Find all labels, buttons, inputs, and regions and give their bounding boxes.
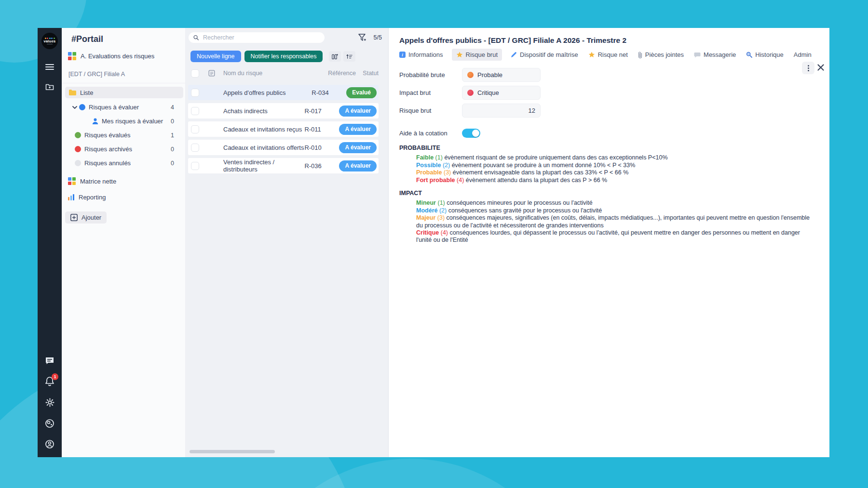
icon-rail: values 1: [38, 28, 62, 457]
new-line-button[interactable]: Nouvelle ligne: [190, 51, 241, 62]
community-globe-icon[interactable]: [45, 419, 54, 428]
aide-cotation-toggle[interactable]: [462, 129, 480, 138]
scale-item: Majeur (3) conséquences majeures, signif…: [416, 214, 815, 229]
table-row[interactable]: Cadeaux et invitations reçus R-011 A éva…: [188, 121, 379, 137]
tab-pieces-jointes[interactable]: Pièces jointes: [638, 51, 684, 58]
tree-item-risques-annules[interactable]: Risques annulés 0: [62, 156, 185, 170]
notifications-bell-icon[interactable]: 1: [45, 376, 54, 386]
table-row[interactable]: Appels d'offres publics R-034 Evalué: [188, 85, 379, 100]
risk-name: Cadeaux et invitations reçus: [223, 126, 304, 133]
risk-reference: R-034: [312, 89, 346, 96]
scale-item: Faible (1) évènement risquant de se prod…: [416, 154, 815, 161]
tree-item-risques-a-evaluer[interactable]: Risques à évaluer 4: [62, 100, 185, 114]
select-all-checkbox[interactable]: [191, 69, 199, 78]
risk-name: Appels d'offres publics: [223, 89, 312, 96]
status-badge: A évaluer: [339, 142, 377, 153]
add-button[interactable]: Ajouter: [65, 211, 107, 224]
tab-label: Informations: [408, 51, 443, 58]
pencil-icon: [511, 52, 517, 58]
tab-label: Messagerie: [704, 51, 736, 58]
scale-item: Possible (2) évènement pouvant se produi…: [416, 162, 815, 169]
close-icon[interactable]: [817, 64, 825, 71]
horizontal-scrollbar[interactable]: [190, 450, 275, 453]
scale-item: Mineur (1) conséquences mineures pour le…: [416, 199, 815, 207]
paperclip-icon: [638, 52, 642, 58]
risque-brut-value: 12: [462, 104, 541, 118]
tab-risque-brut[interactable]: Risque brut: [452, 49, 502, 61]
impact-brut-select[interactable]: Critique: [462, 86, 541, 100]
tab-dispositif-de-maitrise[interactable]: Dispositif de maîtrise: [511, 51, 578, 58]
probabilite-brute-select[interactable]: Probable: [462, 68, 541, 82]
row-checkbox[interactable]: [191, 144, 199, 152]
module-label: A. Evaluations des risques: [81, 53, 154, 60]
field-label: Impact brut: [399, 89, 462, 96]
table-row[interactable]: Achats indirects R-017 A évaluer: [188, 103, 379, 119]
risk-tree: Risques à évaluer 4 Mes risques à évalue…: [62, 100, 185, 170]
search-icon: [193, 35, 199, 40]
tree-item-label: Risques à évaluer: [89, 104, 139, 111]
row-checkbox[interactable]: [191, 107, 199, 115]
tree-item-risques-archives[interactable]: Risques archivés 0: [62, 142, 185, 156]
divider: [62, 83, 185, 83]
desktop-background: values 1: [0, 0, 868, 488]
row-checkbox[interactable]: [191, 125, 199, 133]
account-icon[interactable]: [45, 439, 54, 449]
table-row[interactable]: Ventes indirectes / distributeurs R-036 …: [188, 158, 379, 173]
risk-reference: R-010: [304, 144, 339, 151]
tree-item-mes-risques[interactable]: Mes risques à évaluer 0: [62, 114, 185, 128]
status-badge: A évaluer: [339, 124, 377, 135]
tab-informations[interactable]: i Informations: [399, 51, 443, 58]
tab-messagerie[interactable]: Messagerie: [694, 51, 736, 58]
app-window: values 1: [38, 28, 829, 457]
sort-icon[interactable]: [343, 51, 355, 62]
table-row[interactable]: Cadeaux et invitations offerts R-010 A é…: [188, 140, 379, 155]
chat-icon[interactable]: [45, 356, 54, 365]
impact-heading: IMPACT: [399, 190, 823, 197]
probability-scale: Faible (1) évènement risquant de se prod…: [399, 154, 823, 184]
settings-gear-icon[interactable]: [45, 397, 55, 408]
search-input[interactable]: [202, 34, 320, 41]
sidebar-module[interactable]: A. Evaluations des risques: [68, 52, 185, 60]
star-icon: [456, 52, 463, 58]
sidebar: #Portail A. Evaluations des risques [EDT…: [62, 28, 186, 457]
columns-add-icon[interactable]: [329, 51, 341, 62]
tree-item-label: Risques archivés: [84, 145, 132, 153]
field-label: Risque brut: [399, 107, 462, 114]
info-icon: i: [399, 52, 406, 58]
notify-responsables-button[interactable]: Notifier les responsables: [244, 51, 323, 62]
more-options-kebab-icon[interactable]: [802, 62, 814, 74]
filter-funnel-icon[interactable]: [358, 34, 366, 41]
field-value: Critique: [477, 89, 499, 96]
notification-badge: 1: [52, 373, 58, 380]
probable-dot: [467, 72, 474, 78]
tab-label: Dispositif de maîtrise: [520, 51, 578, 58]
detail-title: Appels d'offres publics - [EDT / GRC] Fi…: [399, 36, 829, 45]
column-header-status[interactable]: Statut: [363, 70, 379, 77]
column-header-reference[interactable]: Référence: [328, 70, 363, 77]
matrix-icon: [68, 52, 76, 60]
critique-dot: [467, 90, 474, 96]
tab-risque-net[interactable]: Risque net: [588, 51, 628, 58]
column-header-name[interactable]: Nom du risque: [223, 70, 328, 77]
status-dot-gray: [75, 160, 81, 166]
form-document-icon: [208, 70, 215, 77]
folder-icon: [69, 90, 76, 95]
risk-form: Probabilité brute Probable Impact brut C…: [399, 68, 829, 118]
row-checkbox[interactable]: [191, 89, 199, 97]
field-label: Probabilité brute: [399, 71, 462, 79]
result-counter: 5/5: [374, 34, 382, 41]
tree-item-risques-evalues[interactable]: Risques évalués 1: [62, 128, 185, 142]
row-checkbox[interactable]: [191, 162, 199, 170]
menu-icon[interactable]: [45, 64, 54, 70]
tab-admin[interactable]: Admin: [794, 51, 812, 58]
sidebar-item-matrice-nette[interactable]: Matrice nette: [62, 174, 185, 188]
chat-bubble-icon: [694, 52, 701, 58]
tab-historique[interactable]: Historique: [746, 51, 784, 58]
folder-add-icon[interactable]: [45, 83, 54, 91]
tree-item-label: Mes risques à évaluer: [102, 118, 163, 125]
sidebar-item-liste[interactable]: Liste: [65, 87, 183, 98]
page-title: #Portail: [71, 34, 185, 44]
status-badge: Evalué: [346, 87, 377, 98]
rating-help: PROBABILITE Faible (1) évènement risquan…: [399, 145, 829, 244]
sidebar-item-reporting[interactable]: Reporting: [62, 190, 185, 204]
